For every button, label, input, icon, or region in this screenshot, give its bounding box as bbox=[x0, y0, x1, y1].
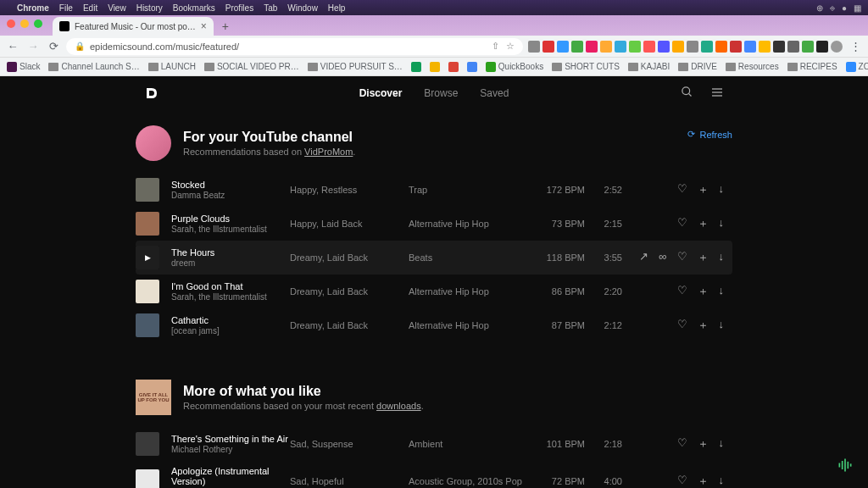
close-tab-icon[interactable]: × bbox=[201, 20, 207, 32]
nav-browse[interactable]: Browse bbox=[424, 87, 458, 99]
bookmark-item[interactable]: Resources bbox=[726, 62, 779, 71]
menu-item[interactable]: View bbox=[108, 3, 126, 13]
ext-icon[interactable] bbox=[600, 41, 612, 53]
menu-item[interactable]: Window bbox=[287, 3, 318, 13]
reload-button[interactable]: ⟳ bbox=[46, 40, 61, 53]
status-icon[interactable]: ⎆ bbox=[830, 3, 835, 13]
search-icon[interactable] bbox=[681, 86, 693, 101]
add-icon[interactable]: ＋ bbox=[698, 216, 709, 231]
bookmark-item[interactable]: QuickBooks bbox=[486, 62, 543, 72]
ext-icon[interactable] bbox=[701, 41, 713, 53]
bookmark-item[interactable]: Slack bbox=[7, 62, 40, 72]
bookmark-item[interactable] bbox=[467, 62, 477, 72]
like-icon[interactable]: ♡ bbox=[677, 436, 687, 452]
add-icon[interactable]: ＋ bbox=[698, 284, 709, 299]
add-icon[interactable]: ＋ bbox=[698, 250, 709, 265]
bookmark-item[interactable]: SOCIAL VIDEO PR… bbox=[204, 62, 299, 71]
ext-icon[interactable] bbox=[528, 41, 540, 53]
download-icon[interactable]: ↓ bbox=[719, 250, 725, 265]
download-icon[interactable]: ↓ bbox=[719, 182, 725, 197]
star-icon[interactable]: ☆ bbox=[506, 41, 515, 52]
track-row[interactable]: StockedDamma BeatzHappy, RestlessTrap172… bbox=[136, 173, 732, 207]
download-icon[interactable]: ↓ bbox=[719, 318, 725, 333]
chrome-menu-icon[interactable]: ⋮ bbox=[848, 40, 863, 53]
menu-item[interactable]: Help bbox=[328, 3, 346, 13]
ext-icon[interactable] bbox=[687, 41, 698, 53]
ext-icon[interactable] bbox=[658, 41, 670, 53]
bookmark-item[interactable]: SHORT CUTS bbox=[552, 62, 620, 71]
refresh-button[interactable]: ⟳ Refresh bbox=[687, 129, 732, 140]
like-icon[interactable]: ♡ bbox=[677, 250, 687, 265]
waveform-icon[interactable] bbox=[834, 454, 856, 476]
ext-icon[interactable] bbox=[744, 41, 756, 53]
track-artwork[interactable] bbox=[136, 178, 159, 202]
like-icon[interactable]: ♡ bbox=[677, 474, 687, 488]
minimize-window-icon[interactable] bbox=[20, 19, 29, 28]
menu-item[interactable]: History bbox=[136, 3, 163, 13]
status-icon[interactable]: ⊕ bbox=[816, 3, 823, 13]
bookmark-item[interactable]: ZOOM bbox=[846, 62, 868, 72]
add-icon[interactable]: ＋ bbox=[698, 182, 709, 197]
ext-icon[interactable] bbox=[643, 41, 655, 53]
ext-icon[interactable] bbox=[773, 41, 785, 53]
maximize-window-icon[interactable] bbox=[34, 19, 42, 28]
track-artwork[interactable] bbox=[136, 246, 159, 269]
track-row[interactable]: Purple CloudsSarah, the Illstrumentalist… bbox=[136, 207, 732, 241]
bookmark-item[interactable]: DRIVE bbox=[678, 62, 717, 71]
track-artwork[interactable] bbox=[136, 280, 159, 303]
share-icon[interactable]: ⇧ bbox=[492, 41, 499, 52]
ext-icon[interactable] bbox=[672, 41, 684, 53]
menu-item[interactable]: File bbox=[59, 3, 73, 13]
ext-icon[interactable] bbox=[831, 41, 843, 53]
download-icon[interactable]: ↓ bbox=[719, 216, 725, 231]
track-artwork[interactable] bbox=[136, 212, 159, 236]
ext-icon[interactable] bbox=[629, 41, 641, 53]
menu-item[interactable]: Edit bbox=[83, 3, 97, 13]
bookmark-item[interactable]: Channel Launch S… bbox=[48, 62, 139, 71]
bookmark-item[interactable]: KAJABI bbox=[628, 62, 670, 71]
back-button[interactable]: ← bbox=[5, 40, 20, 53]
nav-discover[interactable]: Discover bbox=[359, 87, 403, 99]
ext-icon[interactable] bbox=[542, 41, 554, 53]
bookmark-item[interactable] bbox=[448, 62, 459, 72]
ext-icon[interactable] bbox=[715, 41, 727, 53]
bookmark-item[interactable]: LAUNCH bbox=[148, 62, 196, 71]
track-row[interactable]: I'm Good on ThatSarah, the Illstrumental… bbox=[136, 274, 732, 308]
channel-link[interactable]: VidProMom bbox=[304, 147, 353, 157]
status-icon[interactable]: ● bbox=[842, 3, 847, 13]
forward-button[interactable]: → bbox=[25, 40, 41, 53]
add-icon[interactable]: ＋ bbox=[698, 474, 709, 488]
ext-icon[interactable] bbox=[586, 41, 598, 53]
like-icon[interactable]: ♡ bbox=[677, 284, 687, 299]
menu-item[interactable]: Profiles bbox=[225, 3, 253, 13]
track-artwork[interactable] bbox=[136, 313, 159, 337]
ext-icon[interactable] bbox=[816, 41, 828, 53]
menu-item[interactable]: Bookmarks bbox=[173, 3, 215, 13]
like-icon[interactable]: ♡ bbox=[677, 318, 687, 333]
download-icon[interactable]: ↓ bbox=[719, 474, 725, 488]
browser-tab[interactable]: Featured Music - Our most po… × bbox=[53, 17, 214, 36]
like-icon[interactable]: ♡ bbox=[677, 182, 687, 197]
nav-saved[interactable]: Saved bbox=[480, 87, 509, 99]
bookmark-item[interactable]: RECIPES bbox=[787, 62, 837, 71]
ext-icon[interactable] bbox=[759, 41, 771, 53]
menu-item[interactable]: Tab bbox=[264, 3, 277, 13]
share-icon[interactable]: ↗ bbox=[639, 250, 648, 265]
hamburger-menu-icon[interactable] bbox=[710, 86, 724, 102]
ext-icon[interactable] bbox=[787, 41, 799, 53]
menu-app[interactable]: Chrome bbox=[17, 3, 49, 13]
similar-icon[interactable]: ∞ bbox=[659, 250, 666, 265]
track-artwork[interactable] bbox=[136, 432, 159, 456]
add-icon[interactable]: ＋ bbox=[698, 436, 709, 452]
track-row[interactable]: Apologize (Instrumental Version)Loving C… bbox=[136, 461, 732, 488]
like-icon[interactable]: ♡ bbox=[677, 216, 687, 231]
bookmark-item[interactable] bbox=[411, 62, 421, 72]
close-window-icon[interactable] bbox=[7, 19, 15, 28]
track-row[interactable]: There's Something in the AirMichael Roth… bbox=[136, 427, 732, 461]
add-icon[interactable]: ＋ bbox=[698, 318, 709, 333]
track-row[interactable]: The HoursdreemDreamy, Laid BackBeats118 … bbox=[136, 241, 732, 274]
ext-icon[interactable] bbox=[615, 41, 626, 53]
track-artwork[interactable] bbox=[136, 469, 159, 488]
download-icon[interactable]: ↓ bbox=[719, 284, 725, 299]
ext-icon[interactable] bbox=[571, 41, 583, 53]
